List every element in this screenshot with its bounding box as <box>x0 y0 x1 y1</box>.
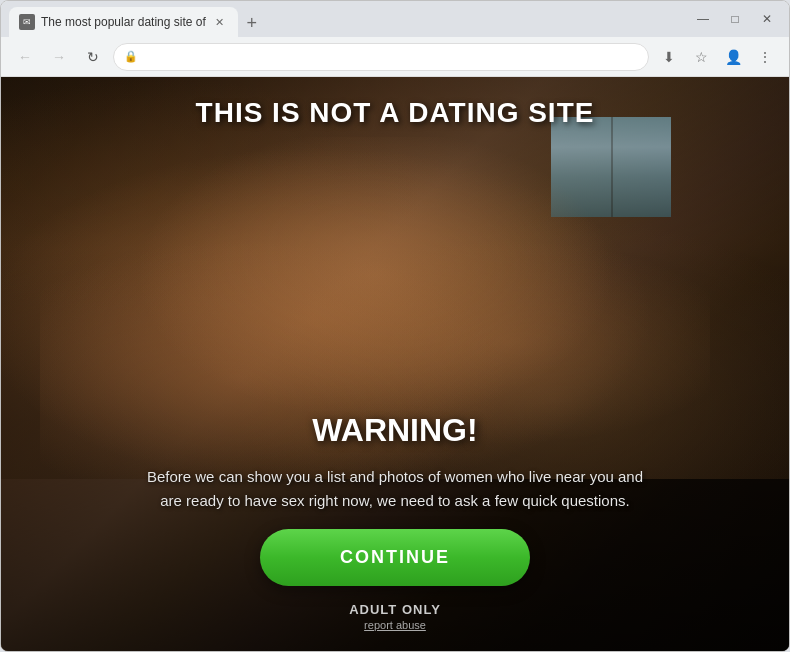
reload-button[interactable]: ↻ <box>79 43 107 71</box>
back-button[interactable]: ← <box>11 43 39 71</box>
active-tab[interactable]: ✉ The most popular dating site of ✕ <box>9 7 238 37</box>
overlay-content: WARNING! Before we can show you a list a… <box>1 392 789 651</box>
continue-button[interactable]: CONTINUE <box>260 529 530 586</box>
main-headline: THIS IS NOT A DATING SITE <box>1 97 789 129</box>
tab-favicon: ✉ <box>19 14 35 30</box>
menu-icon[interactable]: ⋮ <box>751 43 779 71</box>
top-title-area: THIS IS NOT A DATING SITE <box>1 97 789 129</box>
address-box[interactable]: 🔒 <box>113 43 649 71</box>
new-tab-button[interactable]: + <box>238 9 266 37</box>
warning-title: WARNING! <box>312 412 477 449</box>
page-content: THIS IS NOT A DATING SITE WARNING! Befor… <box>1 77 789 651</box>
close-button[interactable]: ✕ <box>753 5 781 33</box>
forward-button[interactable]: → <box>45 43 73 71</box>
maximize-button[interactable]: □ <box>721 5 749 33</box>
address-bar-row: ← → ↻ 🔒 ⬇ ☆ 👤 ⋮ <box>1 37 789 77</box>
downloads-icon[interactable]: ⬇ <box>655 43 683 71</box>
minimize-button[interactable]: — <box>689 5 717 33</box>
browser-window: ✉ The most popular dating site of ✕ + — … <box>0 0 790 652</box>
footer-labels: ADULT ONLY report abuse <box>349 602 441 631</box>
warning-text: Before we can show you a list and photos… <box>135 465 655 513</box>
profile-icon[interactable]: 👤 <box>719 43 747 71</box>
lock-icon: 🔒 <box>124 50 138 63</box>
adult-only-label: ADULT ONLY <box>349 602 441 617</box>
title-bar: ✉ The most popular dating site of ✕ + — … <box>1 1 789 37</box>
window-controls: — □ ✕ <box>689 5 781 33</box>
address-bar-actions: ⬇ ☆ 👤 ⋮ <box>655 43 779 71</box>
tab-title: The most popular dating site of <box>41 15 206 29</box>
tab-close-button[interactable]: ✕ <box>212 14 228 30</box>
bookmark-icon[interactable]: ☆ <box>687 43 715 71</box>
report-abuse-link[interactable]: report abuse <box>364 619 426 631</box>
tab-area: ✉ The most popular dating site of ✕ + <box>9 1 689 37</box>
